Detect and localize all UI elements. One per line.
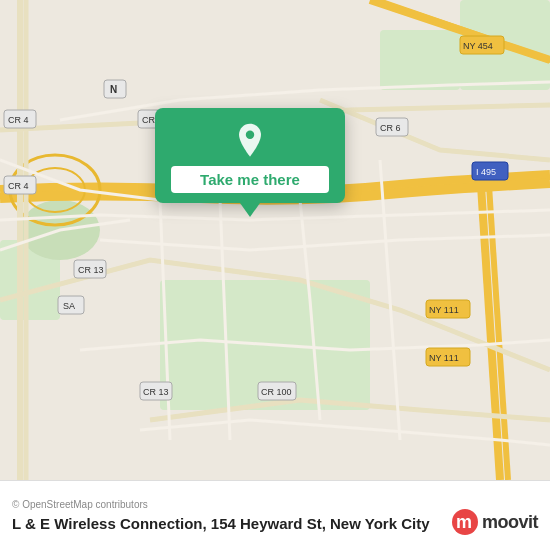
- svg-text:SA: SA: [63, 301, 75, 311]
- svg-text:I 495: I 495: [476, 167, 496, 177]
- svg-text:CR 4: CR 4: [8, 115, 29, 125]
- svg-text:CR 13: CR 13: [143, 387, 169, 397]
- map-container: CR 4 CR 4 N CR 7 NY 454 CR 6 I 495 CR 13…: [0, 0, 550, 480]
- bottom-bar: © OpenStreetMap contributors L & E Wirel…: [0, 480, 550, 550]
- svg-rect-4: [380, 30, 460, 90]
- moovit-logo: m moovit: [451, 508, 538, 536]
- svg-text:CR 4: CR 4: [8, 181, 29, 191]
- location-pin-icon: [231, 122, 269, 160]
- svg-point-34: [246, 130, 254, 138]
- moovit-label: moovit: [482, 512, 538, 533]
- take-me-there-button[interactable]: Take me there: [171, 166, 329, 193]
- svg-text:NY 111: NY 111: [429, 353, 459, 363]
- svg-text:CR 6: CR 6: [380, 123, 401, 133]
- svg-text:m: m: [456, 512, 472, 532]
- popup-card: Take me there: [155, 108, 345, 203]
- moovit-icon: m: [451, 508, 479, 536]
- svg-text:CR 13: CR 13: [78, 265, 104, 275]
- svg-text:CR 100: CR 100: [261, 387, 292, 397]
- svg-text:N: N: [110, 84, 117, 95]
- svg-text:NY 111: NY 111: [429, 305, 459, 315]
- map-svg: CR 4 CR 4 N CR 7 NY 454 CR 6 I 495 CR 13…: [0, 0, 550, 480]
- svg-text:NY 454: NY 454: [463, 41, 493, 51]
